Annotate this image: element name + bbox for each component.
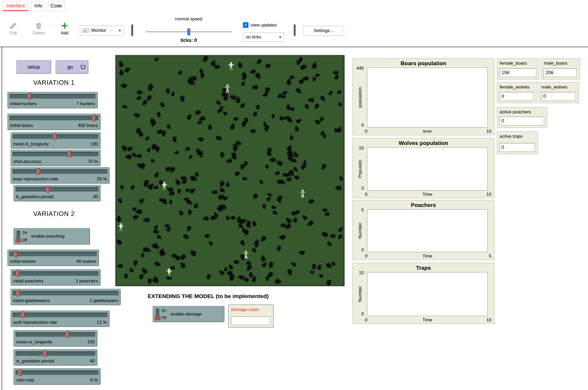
slider-handle[interactable] <box>14 251 17 257</box>
boar-agent[interactable] <box>337 233 344 241</box>
boar-agent[interactable] <box>326 240 333 248</box>
boar-agent[interactable] <box>301 214 309 221</box>
boar-agent[interactable] <box>214 64 221 69</box>
slider-handle[interactable] <box>16 290 20 296</box>
boar-agent[interactable] <box>172 135 177 143</box>
slider-handle[interactable] <box>21 312 25 318</box>
widget-type-dropdown[interactable]: abc Monitor ▼ <box>80 25 124 36</box>
boar-agent[interactable] <box>290 261 297 267</box>
boar-agent[interactable] <box>187 209 192 216</box>
boar-agent[interactable] <box>241 81 246 87</box>
boar-agent[interactable] <box>146 147 151 153</box>
boar-agent[interactable] <box>140 267 148 275</box>
slider-ratio-trap[interactable]: ratio-trap8 % <box>13 368 101 385</box>
slider-mean-w-longevity[interactable]: mean-w_longevity130 <box>13 330 97 347</box>
boar-agent[interactable] <box>265 276 269 281</box>
slider-initial-wolves[interactable]: initial-wolves40 wolves <box>7 250 99 266</box>
boar-agent[interactable] <box>119 69 124 76</box>
boar-agent[interactable] <box>255 58 263 65</box>
boar-agent[interactable] <box>224 266 228 272</box>
boar-agent[interactable] <box>261 261 268 269</box>
boar-agent[interactable] <box>184 146 191 152</box>
boar-agent[interactable] <box>138 273 145 281</box>
hunter-agent[interactable] <box>118 223 124 231</box>
boar-agent[interactable] <box>186 225 193 233</box>
boar-agent[interactable] <box>198 68 204 75</box>
boar-agent[interactable] <box>337 101 343 108</box>
boar-agent[interactable] <box>152 242 161 251</box>
world-view[interactable] <box>115 55 345 286</box>
slider-initial-hunters[interactable]: initial-hunters7 hunters <box>7 92 98 108</box>
settings-button[interactable]: Settings... <box>303 26 344 36</box>
boar-agent[interactable] <box>249 69 257 75</box>
boar-agent[interactable] <box>197 121 203 125</box>
boar-agent[interactable] <box>143 217 150 223</box>
boar-agent[interactable] <box>331 260 336 267</box>
boar-agent[interactable] <box>338 175 344 182</box>
speed-slider-handle[interactable] <box>187 28 190 36</box>
boar-agent[interactable] <box>125 154 133 160</box>
boar-agent[interactable] <box>306 219 315 228</box>
boar-agent[interactable] <box>309 270 315 275</box>
slider-handle[interactable] <box>92 115 96 121</box>
boar-agent[interactable] <box>153 261 162 267</box>
boar-agent[interactable] <box>264 63 272 69</box>
boar-agent[interactable] <box>311 263 316 270</box>
boar-agent[interactable] <box>248 271 254 278</box>
boar-agent[interactable] <box>221 92 229 98</box>
boar-agent[interactable] <box>319 94 327 103</box>
boar-agent[interactable] <box>194 109 202 116</box>
boar-agent[interactable] <box>133 112 141 119</box>
tab-info[interactable]: Info <box>31 1 45 11</box>
slider-track[interactable] <box>13 134 98 139</box>
boar-agent[interactable] <box>159 179 164 187</box>
boar-agent[interactable] <box>215 135 223 142</box>
boar-agent[interactable] <box>262 203 267 210</box>
boar-agent[interactable] <box>333 73 340 81</box>
switch-track[interactable] <box>156 309 159 320</box>
boar-agent[interactable] <box>156 111 162 118</box>
boar-agent[interactable] <box>275 159 284 167</box>
boar-agent[interactable] <box>314 102 320 110</box>
boar-agent[interactable] <box>171 91 175 97</box>
boar-agent[interactable] <box>286 268 293 276</box>
boar-agent[interactable] <box>153 57 160 62</box>
switch-track[interactable] <box>17 231 20 242</box>
switch-knob[interactable] <box>155 316 160 320</box>
boar-agent[interactable] <box>156 234 163 240</box>
boar-agent[interactable] <box>336 89 342 95</box>
boar-agent[interactable] <box>260 254 266 263</box>
boar-agent[interactable] <box>292 151 299 159</box>
boar-agent[interactable] <box>227 263 234 271</box>
boar-agent[interactable] <box>307 98 315 103</box>
boar-agent[interactable] <box>117 197 123 204</box>
boar-agent[interactable] <box>259 235 268 243</box>
boar-agent[interactable] <box>315 73 320 77</box>
setup-button[interactable]: setup <box>16 60 51 74</box>
boar-agent[interactable] <box>222 110 228 116</box>
boar-agent[interactable] <box>120 83 128 88</box>
boar-agent[interactable] <box>225 158 233 164</box>
boar-agent[interactable] <box>324 212 331 217</box>
boar-agent[interactable] <box>166 123 171 130</box>
slider-initial-gatekeepers[interactable]: initial-gatekeepers1 gatekeepers <box>11 289 121 305</box>
boar-agent[interactable] <box>293 175 300 180</box>
boar-agent[interactable] <box>211 190 218 195</box>
slider-track[interactable] <box>16 370 98 375</box>
boar-agent[interactable] <box>177 188 181 194</box>
boar-agent[interactable] <box>201 55 209 63</box>
switch-enable-damage[interactable]: On Off enable-damage <box>153 306 224 322</box>
boar-agent[interactable] <box>202 216 209 221</box>
boar-agent[interactable] <box>116 238 123 246</box>
boar-agent[interactable] <box>207 240 214 247</box>
boar-agent[interactable] <box>219 187 226 193</box>
boar-agent[interactable] <box>122 104 128 109</box>
boar-agent[interactable] <box>234 170 241 177</box>
switch-enable-poaching[interactable]: On Off enable-poaching <box>13 228 90 245</box>
boar-agent[interactable] <box>215 99 222 107</box>
boar-agent[interactable] <box>135 209 143 215</box>
slider-wolf-reproduction-rate[interactable]: wolf-reproduction-rate12 % <box>11 311 110 327</box>
boar-agent[interactable] <box>320 231 329 238</box>
boar-agent[interactable] <box>138 197 146 205</box>
boar-agent[interactable] <box>136 90 143 95</box>
